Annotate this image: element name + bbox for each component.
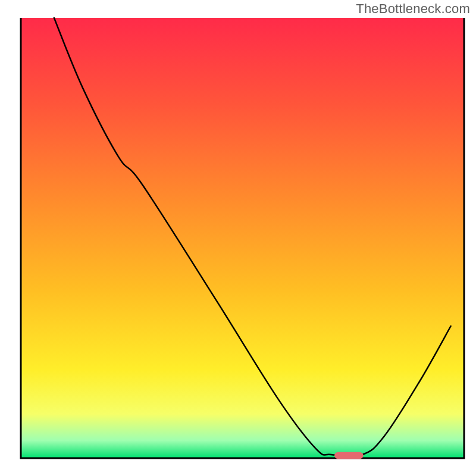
plot-background [21,18,464,458]
optimal-marker [334,452,363,459]
chart-svg [0,0,476,476]
chart-container: TheBottleneck.com [0,0,476,476]
watermark-text: TheBottleneck.com [356,1,470,17]
